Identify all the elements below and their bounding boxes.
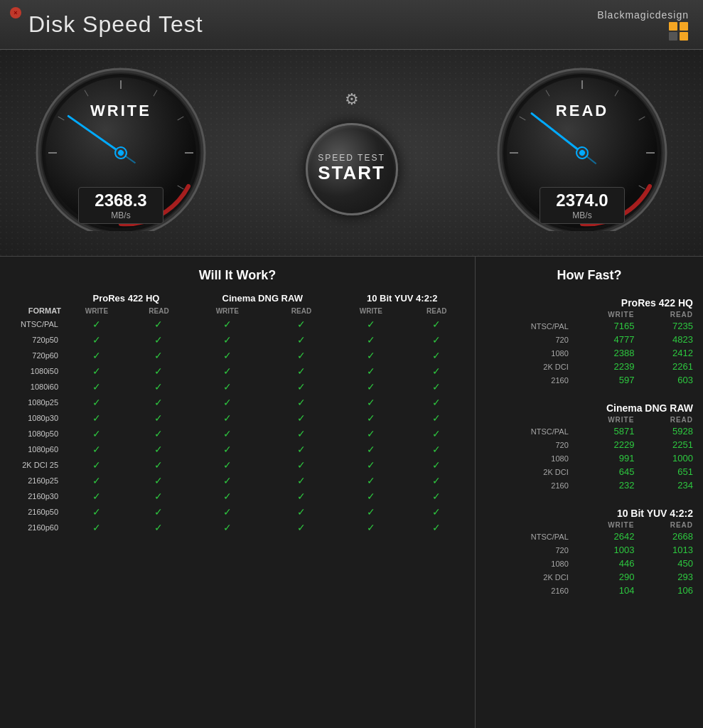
hf-read-val: 450 xyxy=(637,557,696,570)
check-icon: ✓ xyxy=(367,350,375,361)
hf-write-val: 991 xyxy=(571,451,638,465)
wiw-row: 2160p50✓✓✓✓✓✓ xyxy=(7,504,468,520)
check-icon: ✓ xyxy=(92,522,101,533)
check-icon: ✓ xyxy=(367,522,375,533)
hf-read-val: 1000 xyxy=(637,451,696,465)
hf-read-val: 4823 xyxy=(637,333,696,346)
how-fast-content: ProRes 422 HQWRITEREADNTSC/PAL7165723572… xyxy=(483,291,696,597)
check-icon: ✓ xyxy=(92,350,101,361)
check-icon: ✓ xyxy=(367,334,375,346)
wiw-header-yuv: 10 Bit YUV 4:2:2 xyxy=(336,291,468,305)
check-icon: ✓ xyxy=(432,350,441,361)
check-icon: ✓ xyxy=(92,491,101,502)
hf-write-val: 104 xyxy=(571,584,638,597)
will-it-work-section: Will It Work? ProRes 422 HQ Cinema DNG R… xyxy=(0,257,476,728)
close-button[interactable]: × xyxy=(10,7,21,18)
brand-sq-2 xyxy=(680,22,688,31)
hf-write-val: 5871 xyxy=(571,424,638,438)
brand-logo: Blackmagicdesign xyxy=(597,9,689,41)
check-icon: ✓ xyxy=(297,397,306,408)
hf-write-val: 1003 xyxy=(571,543,638,557)
hf-data-row: NTSC/PAL71657235 xyxy=(483,319,696,333)
brand-sq-3 xyxy=(669,32,677,41)
hf-write-val: 446 xyxy=(571,557,638,570)
wiw-row: 720p60✓✓✓✓✓✓ xyxy=(7,348,468,363)
check-icon: ✓ xyxy=(432,334,441,346)
hf-write-val: 2642 xyxy=(571,530,638,543)
hf-write-val: 4777 xyxy=(571,333,638,346)
hf-read-val: 651 xyxy=(637,465,696,478)
wiw-row: 1080p25✓✓✓✓✓✓ xyxy=(7,395,468,410)
svg-text:READ: READ xyxy=(556,102,608,119)
settings-icon[interactable]: ⚙ xyxy=(345,90,359,109)
start-label-main: START xyxy=(318,162,385,184)
wiw-row: 720p50✓✓✓✓✓✓ xyxy=(7,332,468,348)
wiw-sub-write3: WRITE xyxy=(336,305,405,316)
check-icon: ✓ xyxy=(297,475,306,486)
hf-write-val: 232 xyxy=(571,478,638,492)
check-icon: ✓ xyxy=(154,444,163,455)
write-gauge-wrap: WRITE 2368.3 MB/s xyxy=(28,68,213,238)
check-icon: ✓ xyxy=(367,397,375,408)
gauge-area: WRITE 2368.3 MB/s ⚙ SPEED TEST START xyxy=(0,50,703,256)
write-value-box: 2368.3 MB/s xyxy=(78,187,163,224)
hf-data-row: 108023882412 xyxy=(483,346,696,360)
check-icon: ✓ xyxy=(297,506,306,518)
check-icon: ✓ xyxy=(92,428,101,439)
brand-sq-1 xyxy=(669,22,677,31)
hf-data-row: 1080446450 xyxy=(483,557,696,570)
check-icon: ✓ xyxy=(223,475,232,486)
check-icon: ✓ xyxy=(432,475,441,486)
hf-write-val: 2388 xyxy=(571,346,638,360)
check-icon: ✓ xyxy=(92,459,101,471)
wiw-sub-read2: READ xyxy=(267,305,337,316)
check-icon: ✓ xyxy=(92,412,101,424)
hf-write-val: 7165 xyxy=(571,319,638,333)
wiw-sub-read3: READ xyxy=(405,305,468,316)
hf-group-table: ProRes 422 HQWRITEREADNTSC/PAL7165723572… xyxy=(483,291,696,387)
wiw-sub-write1: WRITE xyxy=(64,305,129,316)
wiw-sub-read1: READ xyxy=(129,305,188,316)
read-gauge: READ 2374.0 MB/s xyxy=(490,68,675,238)
check-icon: ✓ xyxy=(154,365,163,377)
check-icon: ✓ xyxy=(367,475,375,486)
svg-text:WRITE: WRITE xyxy=(90,102,151,119)
hf-read-val: 2668 xyxy=(637,530,696,543)
wiw-row: 1080p60✓✓✓✓✓✓ xyxy=(7,441,468,457)
check-icon: ✓ xyxy=(223,491,232,502)
check-icon: ✓ xyxy=(432,522,441,533)
how-fast-section: How Fast? ProRes 422 HQWRITEREADNTSC/PAL… xyxy=(476,257,703,728)
hf-read-val: 2412 xyxy=(637,346,696,360)
hf-data-row: 2K DCI22392261 xyxy=(483,360,696,373)
hf-data-row: 72047774823 xyxy=(483,333,696,346)
title-bar: × Disk Speed Test Blackmagicdesign xyxy=(0,0,703,50)
check-icon: ✓ xyxy=(154,397,163,408)
check-icon: ✓ xyxy=(92,506,101,518)
check-icon: ✓ xyxy=(154,522,163,533)
read-value-box: 2374.0 MB/s xyxy=(540,187,625,224)
hf-read-val: 5928 xyxy=(637,424,696,438)
hf-data-row: 2K DCI645651 xyxy=(483,465,696,478)
center-controls: ⚙ SPEED TEST START xyxy=(306,90,398,215)
hf-read-val: 1013 xyxy=(637,543,696,557)
hf-data-row: 2160597603 xyxy=(483,373,696,387)
check-icon: ✓ xyxy=(297,444,306,455)
check-icon: ✓ xyxy=(223,365,232,377)
check-icon: ✓ xyxy=(154,475,163,486)
check-icon: ✓ xyxy=(432,381,441,392)
check-icon: ✓ xyxy=(223,318,232,330)
check-icon: ✓ xyxy=(154,428,163,439)
wiw-sub-write2: WRITE xyxy=(188,305,266,316)
check-icon: ✓ xyxy=(432,397,441,408)
hf-read-val: 7235 xyxy=(637,319,696,333)
wiw-row: 1080p50✓✓✓✓✓✓ xyxy=(7,426,468,441)
wiw-row: 2K DCI 25✓✓✓✓✓✓ xyxy=(7,457,468,473)
check-icon: ✓ xyxy=(367,412,375,424)
check-icon: ✓ xyxy=(154,506,163,518)
check-icon: ✓ xyxy=(223,397,232,408)
how-fast-title: How Fast? xyxy=(483,268,696,283)
write-gauge: WRITE 2368.3 MB/s xyxy=(28,68,213,238)
hf-read-val: 2261 xyxy=(637,360,696,373)
start-button[interactable]: SPEED TEST START xyxy=(306,123,398,215)
hf-read-val: 293 xyxy=(637,570,696,584)
